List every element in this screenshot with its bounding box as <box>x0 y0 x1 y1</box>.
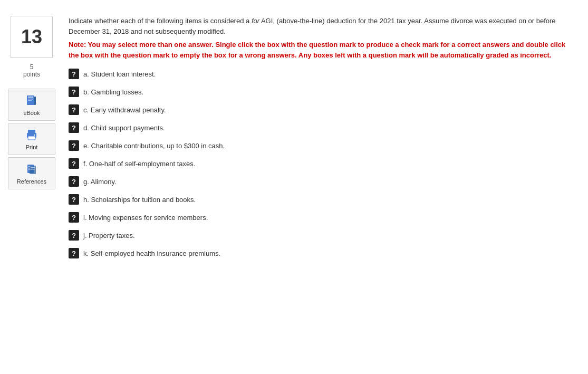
print-label: Print <box>26 144 38 150</box>
item-row-j: ?j. Property taxes. <box>69 230 572 241</box>
item-label-k: k. Self-employed health insurance premiu… <box>83 250 220 257</box>
references-label: References <box>17 178 46 185</box>
left-sidebar: 13 5 points eBook <box>0 11 63 271</box>
main-content: Indicate whether each of the following i… <box>63 11 588 271</box>
item-label-i: i. Moving expenses for service members. <box>83 214 208 222</box>
question-mark-box-b[interactable]: ? <box>69 87 79 97</box>
question-mark-box-d[interactable]: ? <box>69 122 79 133</box>
item-row-c: ?c. Early withdrawal penalty. <box>69 104 572 115</box>
svg-rect-14 <box>31 167 35 168</box>
tool-buttons-group: eBook Print <box>8 89 55 189</box>
question-mark-box-a[interactable]: ? <box>69 69 79 79</box>
print-icon <box>24 128 39 142</box>
svg-rect-7 <box>28 136 35 140</box>
svg-rect-4 <box>34 97 36 105</box>
instructions-note: Note: You may select more than one answe… <box>69 40 572 60</box>
question-mark-box-h[interactable]: ? <box>69 194 79 205</box>
question-mark-box-c[interactable]: ? <box>69 104 79 115</box>
print-button[interactable]: Print <box>8 123 55 155</box>
instructions-block: Indicate whether each of the following i… <box>69 16 572 60</box>
item-row-h: ?h. Scholarships for tuition and books. <box>69 194 572 205</box>
item-label-g: g. Alimony. <box>83 178 117 186</box>
item-label-b: b. Gambling losses. <box>83 88 143 96</box>
ebook-label: eBook <box>23 110 40 116</box>
item-label-a: a. Student loan interest. <box>83 70 156 78</box>
references-button[interactable]: References <box>8 157 55 189</box>
question-mark-box-e[interactable]: ? <box>69 140 79 151</box>
item-row-g: ?g. Alimony. <box>69 176 572 187</box>
book-icon <box>24 93 39 108</box>
references-icon <box>24 162 39 177</box>
item-label-c: c. Early withdrawal penalty. <box>83 106 166 114</box>
item-row-d: ?d. Child support payments. <box>69 122 572 133</box>
item-row-b: ?b. Gambling losses. <box>69 87 572 97</box>
items-list: ?a. Student loan interest.?b. Gambling l… <box>69 69 572 258</box>
question-number: 13 <box>11 16 53 58</box>
item-row-i: ?i. Moving expenses for service members. <box>69 212 572 223</box>
item-row-f: ?f. One-half of self-employment taxes. <box>69 158 572 169</box>
svg-rect-2 <box>28 99 33 100</box>
item-row-e: ?e. Charitable contributions, up to $300… <box>69 140 572 151</box>
item-label-j: j. Property taxes. <box>83 232 135 239</box>
question-mark-box-k[interactable]: ? <box>69 248 79 258</box>
item-row-a: ?a. Student loan interest. <box>69 69 572 79</box>
item-label-e: e. Charitable contributions, up to $300 … <box>83 142 225 150</box>
svg-rect-3 <box>28 100 32 101</box>
question-mark-box-j[interactable]: ? <box>69 230 79 241</box>
item-label-h: h. Scholarships for tuition and books. <box>83 196 196 204</box>
item-label-d: d. Child support payments. <box>83 124 165 132</box>
ebook-button[interactable]: eBook <box>8 89 55 121</box>
item-row-k: ?k. Self-employed health insurance premi… <box>69 248 572 258</box>
question-mark-box-g[interactable]: ? <box>69 176 79 187</box>
svg-rect-15 <box>31 169 35 170</box>
question-mark-box-f[interactable]: ? <box>69 158 79 169</box>
question-mark-box-i[interactable]: ? <box>69 212 79 223</box>
svg-point-8 <box>34 135 35 136</box>
svg-rect-13 <box>30 166 36 174</box>
svg-rect-1 <box>28 97 33 98</box>
points-display: 5 points <box>23 63 40 78</box>
item-label-f: f. One-half of self-employment taxes. <box>83 160 195 168</box>
instructions-text: Indicate whether each of the following i… <box>69 16 572 36</box>
